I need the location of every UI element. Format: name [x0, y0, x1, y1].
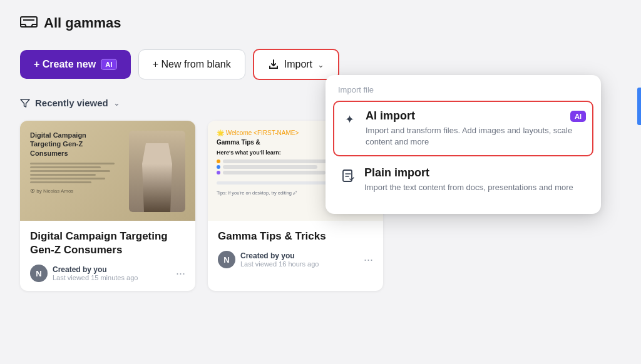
card-1-title: Digital Campaign Targeting Gen-Z Consume…: [30, 230, 185, 257]
plain-import-icon: [339, 168, 357, 185]
thumb1-line: [30, 163, 115, 164]
sparkle-icon: ✦: [341, 111, 358, 128]
dropdown-section-label: Import file: [333, 85, 593, 101]
svg-rect-0: [21, 17, 37, 27]
create-new-label: + Create new: [34, 59, 96, 70]
new-from-blank-button[interactable]: + New from blank: [138, 49, 245, 79]
import-chevron-icon: ⌄: [317, 60, 324, 69]
inbox-icon: [20, 16, 38, 30]
thumb1-line: [30, 174, 96, 176]
card-2-avatar: N: [218, 251, 235, 268]
card-2-title: Gamma Tips & Tricks: [218, 230, 373, 243]
thumb1-line: [30, 166, 101, 168]
thumb1-line: [30, 170, 110, 172]
new-from-blank-label: + New from blank: [153, 59, 231, 70]
thumb1-title: Digital CampaignTargeting Gen-ZConsumers: [30, 131, 124, 158]
thumb1-line: [30, 181, 91, 183]
card-1-more-button[interactable]: ···: [176, 267, 185, 280]
plain-import-description: Import the text content from docs, prese…: [364, 182, 587, 193]
card-2-time: Last viewed 16 hours ago: [240, 260, 319, 268]
card-1-time: Last viewed 15 minutes ago: [53, 274, 138, 281]
funnel-icon: [20, 98, 30, 108]
ai-import-badge: AI: [570, 111, 586, 122]
card-2-creator: Created by you: [240, 251, 319, 260]
ai-badge: AI: [101, 59, 117, 70]
card-1-avatar: N: [30, 265, 48, 282]
thumb1-author: ⦿ by Nicolas Amos: [30, 188, 124, 194]
plain-import-item[interactable]: Plain import Import the text content fro…: [333, 159, 593, 201]
right-accent-bar: [637, 88, 641, 125]
plain-import-title: Plain import: [364, 166, 429, 179]
ai-import-description: Import and transform files. Add images a…: [366, 125, 586, 148]
import-dropdown: Import file ✦ AI import AI Import and tr…: [326, 75, 601, 214]
card-2-more-button[interactable]: ···: [364, 253, 373, 266]
recently-viewed-chevron[interactable]: ⌄: [113, 98, 120, 108]
thumb1-image: [129, 131, 185, 212]
thumb1-line: [30, 178, 105, 179]
import-button[interactable]: Import ⌄: [253, 49, 339, 80]
create-new-button[interactable]: + Create new AI: [20, 50, 131, 79]
page-title: All gammas: [44, 15, 121, 31]
ai-import-item[interactable]: ✦ AI import AI Import and transform file…: [333, 101, 593, 156]
import-icon: [268, 59, 279, 70]
ai-import-title: AI import: [366, 109, 415, 123]
import-label: Import: [284, 59, 312, 70]
recently-viewed-label: Recently viewed: [35, 98, 108, 108]
card-1[interactable]: Digital CampaignTargeting Gen-ZConsumers…: [20, 121, 195, 291]
card-1-creator: Created by you: [53, 265, 138, 274]
